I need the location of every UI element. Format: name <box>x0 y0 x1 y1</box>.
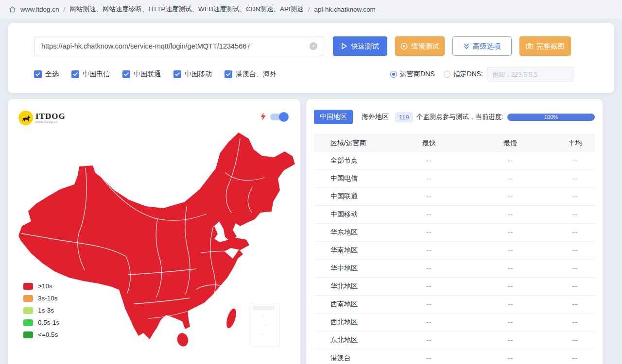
cell-slowest: -- <box>466 157 555 165</box>
cell-average: -- <box>555 265 595 272</box>
map-legend: >10s 3s-10s 1s-3s 0.5s-1s <box>23 282 59 338</box>
legend-color-swatch <box>23 319 33 326</box>
double-chevron-down-icon <box>464 43 469 50</box>
cell-fastest: -- <box>393 193 466 200</box>
table-row: 全部节点 -- -- -- <box>314 152 595 170</box>
isp-checkbox-group: 全选 中国电信 中国联通 <box>34 70 276 79</box>
fast-test-button[interactable]: 快速测试 <box>333 36 387 56</box>
header-slowest: 最慢 <box>466 139 555 148</box>
custom-dns-radio[interactable]: 指定DNS: <box>444 70 483 79</box>
advanced-options-button[interactable]: 高级选项 <box>452 36 512 56</box>
hainan-island <box>176 332 190 347</box>
cell-region: 港澳台 <box>314 354 393 363</box>
cell-region: 华中地区 <box>314 264 393 273</box>
isp-checkbox[interactable]: 中国电信 <box>71 70 110 79</box>
cell-average: -- <box>555 282 595 290</box>
cell-region: 华南地区 <box>314 246 393 255</box>
cell-fastest: -- <box>393 211 466 218</box>
test-results-panel: 中国地区 海外地区 119 个监测点参与测试，当前进度: 100% 区域/运营商… <box>306 99 603 364</box>
checkbox-label: 全选 <box>45 70 59 79</box>
table-row: 华北地区 -- -- -- <box>314 278 595 296</box>
checkbox-checked-icon <box>225 70 232 78</box>
legend-color-swatch <box>23 283 33 290</box>
slow-test-button[interactable]: 缓慢测试 <box>395 36 445 56</box>
carrier-dns-radio[interactable]: 运营商DNS <box>390 70 435 79</box>
cell-fastest: -- <box>393 265 466 272</box>
monitor-count-badge: 119 <box>395 112 413 122</box>
results-table-header: 区域/运营商 最快 最慢 平均 <box>314 134 595 152</box>
cell-region: 华东地区 <box>314 228 393 237</box>
table-row: 西南地区 -- -- -- <box>314 296 595 314</box>
cell-fastest: -- <box>393 300 466 308</box>
legend-color-swatch <box>23 307 33 314</box>
toggle-knob <box>279 112 289 122</box>
legend-label: >10s <box>38 282 52 290</box>
table-row: 中国移动 -- -- -- <box>314 206 595 224</box>
breadcrumb-section-link[interactable]: 网站测速、网站速度诊断、HTTP速度测试、WEB速度测试、CDN测速、API测速 <box>69 5 304 14</box>
logo-title: ITDOG <box>35 113 66 120</box>
cell-slowest: -- <box>466 265 555 272</box>
clear-input-icon[interactable]: × <box>310 42 317 50</box>
radio-selected-icon <box>390 71 397 78</box>
header-average: 平均 <box>555 139 595 148</box>
checkbox-label: 中国移动 <box>185 70 212 79</box>
table-row: 华南地区 -- -- -- <box>314 242 595 260</box>
cell-average: -- <box>555 211 595 218</box>
taiwan-island <box>225 308 238 330</box>
legend-item: >10s <box>23 282 59 290</box>
checkbox-checked-icon <box>71 70 79 78</box>
legend-item: 1s-3s <box>23 307 59 314</box>
breadcrumb-current: api-hk.chatknow.com <box>314 6 376 13</box>
cell-average: -- <box>555 354 595 362</box>
url-input[interactable] <box>34 36 323 56</box>
legend-color-swatch <box>23 295 33 302</box>
test-controls-card: × 快速测试 缓慢测试 高级选项 完整截图 全选 <box>8 23 614 93</box>
custom-dns-input[interactable] <box>487 67 573 82</box>
isp-checkbox[interactable]: 中国联通 <box>122 70 161 79</box>
cell-region: 西南地区 <box>314 300 393 309</box>
table-row: 中国电信 -- -- -- <box>314 170 595 188</box>
cell-region: 中国联通 <box>314 192 393 201</box>
custom-dns-label: 指定DNS: <box>453 70 483 79</box>
breadcrumb-home-link[interactable]: www.itdog.cn <box>20 6 59 13</box>
full-screenshot-label: 完整截图 <box>536 42 565 51</box>
header-fastest: 最快 <box>393 139 466 148</box>
cell-slowest: -- <box>466 229 555 236</box>
breadcrumb-separator: / <box>308 6 310 13</box>
isp-checkbox[interactable]: 港澳台、海外 <box>225 70 276 79</box>
south-china-sea-inset-map <box>250 303 280 347</box>
progress-bar: 100% <box>507 114 595 121</box>
breadcrumb-separator: / <box>64 6 66 13</box>
cell-fastest: -- <box>393 247 466 254</box>
legend-color-swatch <box>23 331 33 338</box>
cell-slowest: -- <box>466 247 555 254</box>
checkbox-checked-icon <box>34 70 42 78</box>
results-table: 区域/运营商 最快 最慢 平均 全部节点 -- -- -- 中国电信 <box>314 134 595 364</box>
checkbox-checked-icon <box>173 70 181 78</box>
cell-slowest: -- <box>466 211 555 218</box>
table-row: 东北地区 -- -- -- <box>314 331 595 349</box>
cell-slowest: -- <box>466 175 555 182</box>
cell-region: 中国电信 <box>314 174 393 183</box>
tab-china-region[interactable]: 中国地区 <box>314 110 353 124</box>
carrier-dns-label: 运营商DNS <box>400 70 435 79</box>
isp-checkbox[interactable]: 全选 <box>34 70 59 79</box>
cell-region: 全部节点 <box>314 156 393 165</box>
checkbox-label: 中国联通 <box>134 70 161 79</box>
cell-average: -- <box>555 157 595 165</box>
cell-slowest: -- <box>466 318 555 326</box>
cell-region: 中国移动 <box>314 210 393 219</box>
cell-slowest: -- <box>466 282 555 290</box>
checkbox-label: 港澳台、海外 <box>236 70 276 79</box>
full-screenshot-button[interactable]: 完整截图 <box>519 36 571 56</box>
cell-slowest: -- <box>466 336 555 344</box>
legend-label: 0.5s-1s <box>38 319 59 326</box>
legend-label: 3s-10s <box>38 295 58 302</box>
breadcrumb: www.itdog.cn / 网站测速、网站速度诊断、HTTP速度测试、WEB速… <box>0 0 622 18</box>
tab-overseas-region[interactable]: 海外地区 <box>362 113 389 121</box>
fast-mode-toggle[interactable] <box>270 114 288 120</box>
advanced-options-label: 高级选项 <box>473 42 501 51</box>
isp-checkbox[interactable]: 中国移动 <box>173 70 212 79</box>
cell-fastest: -- <box>393 318 466 326</box>
cell-average: -- <box>555 247 595 254</box>
